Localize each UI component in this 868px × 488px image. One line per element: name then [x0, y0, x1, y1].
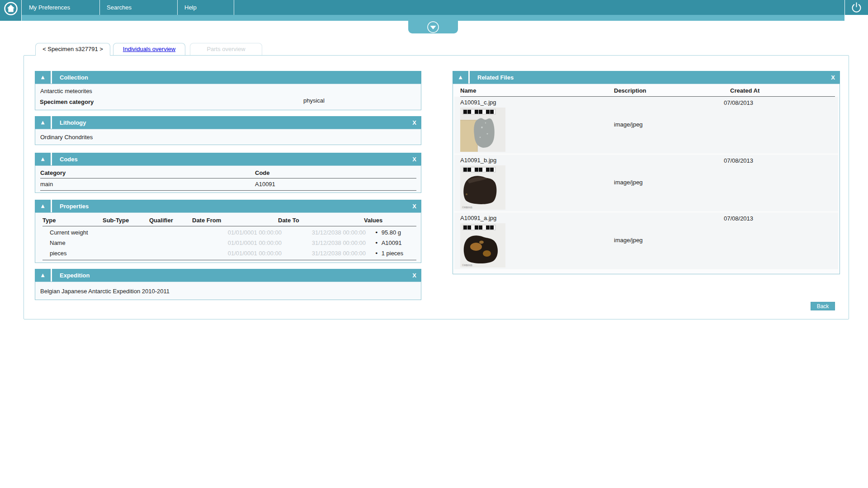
back-button[interactable]: Back — [811, 302, 835, 310]
nav-substrip — [22, 15, 844, 21]
lithology-value: Ordinary Chondrites — [35, 129, 421, 141]
properties-panel-header: ▲ Properties X — [35, 200, 421, 212]
properties-panel-body: Type Sub-Type Qualifier Date From Date T… — [35, 212, 421, 263]
specimen-category-label: Specimen category — [35, 95, 421, 106]
codes-panel-body: Category Code main A10091 — [35, 165, 421, 193]
properties-column-values: Values — [359, 217, 416, 224]
file-name-link[interactable]: A10091_b.jpg — [460, 155, 614, 165]
properties-column-type: Type — [42, 217, 103, 224]
tab-individuals-overview[interactable]: Individuals overview — [113, 43, 185, 55]
expedition-panel-header: ▲ Expedition X — [35, 269, 421, 282]
meteorite-rock — [474, 118, 494, 148]
file-created-at: 07/08/2013 — [724, 97, 835, 154]
related-file-row: A10091_b.jpg ©RBINS image/jpeg 07/08/201… — [454, 155, 838, 212]
related-files-column-name: Name — [460, 87, 614, 94]
property-date-to: 31/12/2038 00:00:00 — [282, 238, 366, 248]
file-name-link[interactable]: A10091_a.jpg — [460, 212, 614, 223]
property-date-from: 01/01/0001 00:00:00 — [199, 227, 282, 238]
property-date-from: 01/01/0001 00:00:00 — [199, 238, 282, 248]
related-files-close-button[interactable]: X — [831, 75, 835, 80]
property-date-to: 31/12/2038 00:00:00 — [282, 248, 366, 258]
codes-collapse-button[interactable]: ▲ — [35, 153, 52, 165]
nav-item-help[interactable]: Help — [178, 0, 234, 15]
lithology-panel-title: Lithology — [60, 119, 86, 126]
properties-table-row: Current weight 01/01/0001 00:00:00 31/12… — [50, 227, 412, 238]
codes-column-code: Code — [255, 169, 416, 176]
expedition-collapse-button[interactable]: ▲ — [35, 269, 52, 282]
codes-column-category: Category — [40, 169, 255, 176]
watermark-text: ©RBINS — [462, 264, 472, 267]
collapse-arrow-icon: ▲ — [41, 75, 45, 80]
expand-menu-button[interactable] — [408, 21, 458, 33]
collection-collapse-button[interactable]: ▲ — [35, 71, 52, 84]
property-type: pieces — [50, 248, 110, 258]
properties-column-qualifier: Qualifier — [149, 217, 192, 224]
property-type: Name — [50, 238, 110, 248]
tab-specimen[interactable]: < Specimen s327791 > — [35, 43, 110, 56]
tab-individuals-link: Individuals overview — [123, 46, 175, 52]
related-files-panel-body: Name Description Created At A10091_c.jpg — [453, 84, 840, 274]
file-created-at: 07/08/2013 — [724, 212, 835, 269]
codes-table-row: main A10091 — [40, 178, 416, 191]
properties-column-subtype: Sub-Type — [103, 217, 149, 224]
related-files-panel-header: ▲ Related Files X — [453, 71, 840, 84]
file-thumbnail[interactable]: ©RBINS — [460, 165, 505, 210]
properties-table-row: Name 01/01/0001 00:00:00 31/12/2038 00:0… — [50, 238, 412, 248]
lithology-collapse-button[interactable]: ▲ — [35, 116, 52, 129]
codes-close-button[interactable]: X — [412, 156, 416, 162]
related-file-row: A10091_c.jpg image/jpeg 07/08/2013 — [454, 97, 838, 155]
collection-panel-header: ▲ Collection — [35, 71, 421, 84]
power-icon — [850, 1, 863, 14]
lithology-panel-body: Ordinary Chondrites — [35, 129, 421, 145]
file-description: image/jpeg — [614, 97, 724, 154]
file-description: image/jpeg — [614, 212, 724, 269]
related-files-collapse-button[interactable]: ▲ — [453, 71, 470, 84]
code-category-value: main — [40, 181, 255, 188]
expedition-panel-title: Expedition — [60, 272, 90, 279]
property-date-from: 01/01/0001 00:00:00 — [199, 248, 282, 258]
related-files-column-description: Description — [614, 87, 724, 94]
properties-table-row: pieces 01/01/0001 00:00:00 31/12/2038 00… — [50, 248, 412, 258]
bullet-icon: • — [375, 229, 378, 236]
nav-item-my-preferences[interactable]: My Preferences — [22, 0, 100, 15]
collapse-arrow-icon: ▲ — [459, 75, 462, 80]
home-button[interactable] — [0, 0, 22, 21]
property-value: A10091 — [382, 239, 402, 246]
file-created-at: 07/08/2013 — [724, 155, 835, 211]
collapse-arrow-icon: ▲ — [41, 157, 45, 161]
collapse-arrow-icon: ▲ — [41, 273, 45, 277]
expedition-panel-body: Belgian Japanese Antarctic Expedition 20… — [35, 282, 421, 300]
logout-button[interactable] — [844, 0, 868, 15]
property-value: 95.80 g — [382, 229, 401, 236]
watermark-text: ©RBINS — [462, 206, 472, 209]
file-description: image/jpeg — [614, 155, 724, 211]
collapse-arrow-icon: ▲ — [41, 120, 45, 125]
tab-parts-overview: Parts overview — [190, 43, 262, 55]
property-date-to: 31/12/2038 00:00:00 — [282, 227, 366, 238]
properties-close-button[interactable]: X — [412, 203, 416, 209]
bullet-icon: • — [375, 250, 378, 257]
codes-panel-title: Codes — [60, 156, 78, 163]
property-type: Current weight — [50, 227, 110, 238]
expedition-value: Belgian Japanese Antarctic Expedition 20… — [35, 282, 421, 295]
nav-item-searches[interactable]: Searches — [100, 0, 178, 15]
related-file-row: A10091_a.jpg ©RBINS image/jpeg 07/08/201… — [454, 212, 838, 270]
properties-column-dateto: Date To — [274, 217, 359, 224]
lithology-panel-header: ▲ Lithology X — [35, 116, 421, 129]
lithology-close-button[interactable]: X — [412, 120, 416, 126]
code-value: A10091 — [255, 181, 416, 188]
properties-panel-title: Properties — [60, 203, 89, 210]
related-files-panel-title: Related Files — [477, 74, 514, 81]
collection-name: Antarctic meteorites — [35, 84, 421, 95]
collection-panel-title: Collection — [60, 74, 88, 81]
file-thumbnail[interactable] — [460, 108, 505, 152]
specimen-category-value: physical — [303, 97, 325, 104]
related-files-column-created: Created At — [724, 87, 835, 94]
chevron-down-circle-icon — [426, 21, 440, 33]
expedition-close-button[interactable]: X — [412, 272, 416, 278]
file-thumbnail[interactable]: ©RBINS — [460, 223, 505, 267]
bullet-icon: • — [375, 239, 378, 246]
home-icon — [3, 1, 19, 16]
properties-collapse-button[interactable]: ▲ — [35, 200, 52, 212]
file-name-link[interactable]: A10091_c.jpg — [460, 97, 614, 108]
